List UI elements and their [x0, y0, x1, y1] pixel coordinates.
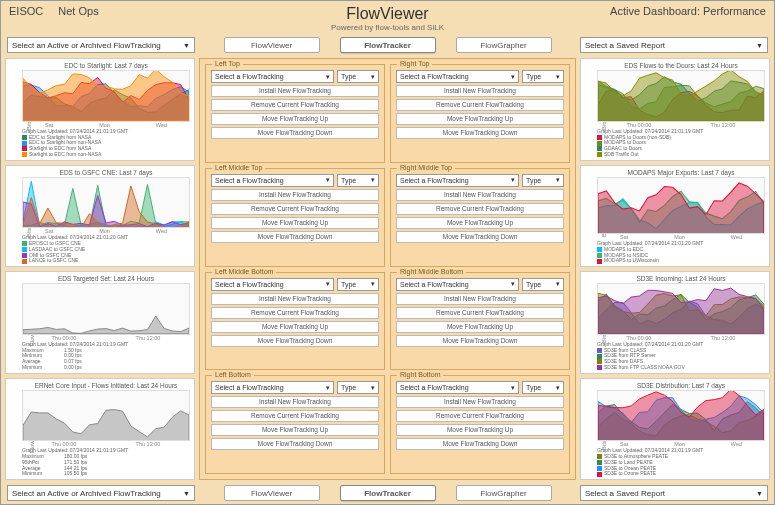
select-type[interactable]: Type▾ [337, 278, 379, 291]
chevron-down-icon: ▼ [756, 490, 763, 497]
select-flowtracking-bottom[interactable]: Select an Active or Archived FlowTrackin… [7, 485, 195, 501]
select-type[interactable]: Type▾ [522, 70, 564, 83]
action-button[interactable]: Remove Current FlowTracking [211, 203, 379, 215]
right-chart-column: Bits per Second EDS Flows to the Doors: … [580, 58, 770, 480]
action-button[interactable]: Install New FlowTracking [211, 396, 379, 408]
action-button[interactable]: Install New FlowTracking [396, 293, 564, 305]
action-button[interactable]: Remove Current FlowTracking [396, 307, 564, 319]
action-button[interactable]: Move FlowTracking Down [211, 231, 379, 243]
chart-plot [597, 390, 765, 442]
chevron-down-icon: ▼ [183, 42, 190, 49]
action-button[interactable]: Move FlowTracking Up [396, 113, 564, 125]
action-button[interactable]: Move FlowTracking Up [211, 217, 379, 229]
chevron-down-icon: ▾ [556, 73, 560, 81]
chevron-down-icon: ▾ [511, 280, 515, 288]
select-type[interactable]: Type▾ [337, 174, 379, 187]
cell-title: Right Middle Bottom [397, 268, 466, 275]
action-button[interactable]: Move FlowTracking Down [211, 438, 379, 450]
chevron-down-icon: ▾ [556, 280, 560, 288]
link-netops[interactable]: Net Ops [58, 5, 98, 17]
chart-card[interactable]: Bits per Second EDS Flows to the Doors: … [580, 58, 770, 161]
tab-flowgrapher[interactable]: FlowGrapher [456, 37, 552, 53]
action-button[interactable]: Move FlowTracking Down [396, 335, 564, 347]
chevron-down-icon: ▾ [511, 176, 515, 184]
action-button[interactable]: Remove Current FlowTracking [211, 99, 379, 111]
action-button[interactable]: Remove Current FlowTracking [211, 410, 379, 422]
chart-card[interactable]: Flows per Second EDS Targeted Set: Last … [5, 271, 195, 374]
chart-xticks: SatMonWed [22, 122, 190, 128]
chart-meta: Graph Last Updated: 07/24/2014 21:01:20 … [597, 342, 765, 371]
chart-meta: Graph Last Updated: 07/24/2014 21:01:19 … [597, 129, 765, 158]
config-cell: Right Top Select a FlowTracking▾ Type▾ I… [390, 64, 570, 163]
chart-card[interactable]: Flows per Second ERNet Core Input - Flow… [5, 378, 195, 481]
select-type[interactable]: Type▾ [522, 174, 564, 187]
select-type[interactable]: Type▾ [522, 381, 564, 394]
action-button[interactable]: Move FlowTracking Up [211, 113, 379, 125]
action-button[interactable]: Move FlowTracking Up [396, 424, 564, 436]
chevron-down-icon: ▾ [556, 384, 560, 392]
chart-title: SD3E Incoming: Last 24 Hours [597, 275, 765, 282]
chart-meta: Graph Last Updated: 07/24/2014 21:01:19 … [22, 448, 190, 477]
main-area: Bits per Second EDC to Starlight: Last 7… [1, 56, 774, 482]
action-button[interactable]: Move FlowTracking Down [211, 335, 379, 347]
chevron-down-icon: ▾ [371, 384, 375, 392]
select-flowtracking[interactable]: Select a FlowTracking▾ [211, 174, 334, 187]
action-button[interactable]: Move FlowTracking Up [396, 217, 564, 229]
chart-card[interactable]: Bits per Second MODAPS Major Exports: La… [580, 165, 770, 268]
select-flowtracking[interactable]: Select a FlowTracking▾ [211, 70, 334, 83]
action-button[interactable]: Remove Current FlowTracking [211, 307, 379, 319]
action-button[interactable]: Remove Current FlowTracking [396, 99, 564, 111]
select-flowtracking[interactable]: Select a FlowTracking▾ [211, 278, 334, 291]
action-button[interactable]: Remove Current FlowTracking [396, 203, 564, 215]
link-eisoc[interactable]: EISOC [9, 5, 43, 17]
select-flowtracking[interactable]: Select a FlowTracking▾ [396, 70, 519, 83]
cell-title: Left Top [212, 60, 243, 67]
chart-xticks: Thu 00:00Thu 12:00 [597, 335, 765, 341]
select-type[interactable]: Type▾ [337, 381, 379, 394]
tab-flowviewer[interactable]: FlowViewer [224, 37, 320, 53]
action-button[interactable]: Install New FlowTracking [211, 189, 379, 201]
select-flowtracking-top[interactable]: Select an Active or Archived FlowTrackin… [7, 37, 195, 53]
select-flowtracking[interactable]: Select a FlowTracking▾ [211, 381, 334, 394]
chevron-down-icon: ▾ [511, 73, 515, 81]
action-button[interactable]: Install New FlowTracking [211, 85, 379, 97]
select-saved-report-top[interactable]: Select a Saved Report▼ [580, 37, 768, 53]
select-type[interactable]: Type▾ [522, 278, 564, 291]
select-type[interactable]: Type▾ [337, 70, 379, 83]
action-button[interactable]: Move FlowTracking Down [396, 438, 564, 450]
center-control-panel: Left Top Select a FlowTracking▾ Type▾ In… [199, 58, 576, 480]
chart-card[interactable]: Bits per Second SD3E Incoming: Last 24 H… [580, 271, 770, 374]
action-button[interactable]: Move FlowTracking Down [396, 127, 564, 139]
action-button[interactable]: Move FlowTracking Up [211, 424, 379, 436]
select-flowtracking[interactable]: Select a FlowTracking▾ [396, 174, 519, 187]
chart-title: MODAPS Major Exports: Last 7 days [597, 169, 765, 176]
config-cell: Right Middle Top Select a FlowTracking▾ … [390, 168, 570, 267]
tab-flowtracker[interactable]: FlowTracker [340, 37, 436, 53]
action-button[interactable]: Install New FlowTracking [211, 293, 379, 305]
action-button[interactable]: Move FlowTracking Down [396, 231, 564, 243]
action-button[interactable]: Move FlowTracking Up [211, 321, 379, 333]
chart-card[interactable]: Bits per Second EDS to GSFC CNE: Last 7 … [5, 165, 195, 268]
active-dashboard-label: Active Dashboard: Performance [566, 5, 766, 17]
select-flowtracking[interactable]: Select a FlowTracking▾ [396, 381, 519, 394]
cell-title: Left Bottom [212, 371, 254, 378]
action-button[interactable]: Move FlowTracking Up [396, 321, 564, 333]
tab-flowviewer-bottom[interactable]: FlowViewer [224, 485, 320, 501]
chevron-down-icon: ▾ [326, 176, 330, 184]
chart-plot [597, 283, 765, 335]
select-saved-report-bottom[interactable]: Select a Saved Report▼ [580, 485, 768, 501]
config-cell: Left Bottom Select a FlowTracking▾ Type▾… [205, 375, 385, 474]
action-button[interactable]: Move FlowTracking Down [211, 127, 379, 139]
tab-flowtracker-bottom[interactable]: FlowTracker [340, 485, 436, 501]
action-button[interactable]: Install New FlowTracking [396, 396, 564, 408]
select-flowtracking[interactable]: Select a FlowTracking▾ [396, 278, 519, 291]
action-button[interactable]: Install New FlowTracking [396, 189, 564, 201]
action-button[interactable]: Install New FlowTracking [396, 85, 564, 97]
config-cell: Right Middle Bottom Select a FlowTrackin… [390, 272, 570, 371]
chart-title: EDS Targeted Set: Last 24 Hours [22, 275, 190, 282]
chart-card[interactable]: Bits per Second EDC to Starlight: Last 7… [5, 58, 195, 161]
tab-flowgrapher-bottom[interactable]: FlowGrapher [456, 485, 552, 501]
chart-card[interactable]: Bits per Second SD3E Distribution: Last … [580, 378, 770, 481]
chart-meta: Graph Last Updated: 07/24/2014 21:01:19 … [22, 129, 190, 158]
action-button[interactable]: Remove Current FlowTracking [396, 410, 564, 422]
